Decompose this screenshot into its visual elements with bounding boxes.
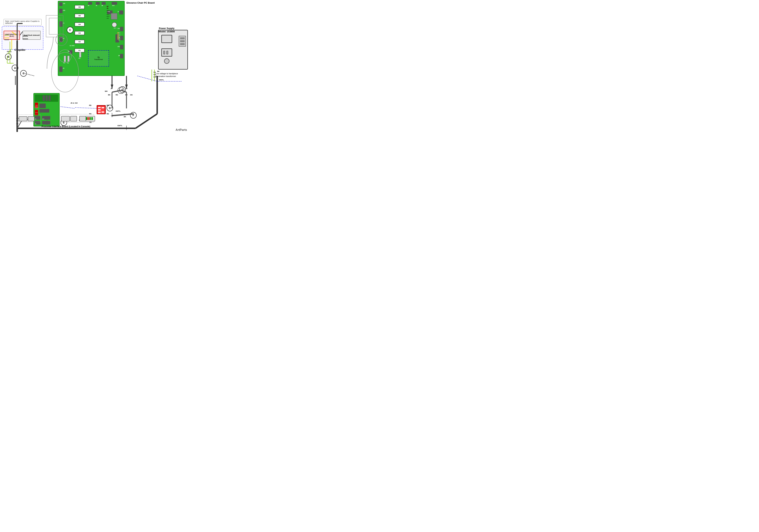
bk-e-label1: BK <box>16 120 19 122</box>
k6-relay: K6 <box>75 5 85 9</box>
chain-label: CHAINPOWER <box>35 106 38 108</box>
circle-c-left: C <box>20 70 27 77</box>
bk-ps-label1: BK <box>154 71 156 73</box>
j10-connector <box>120 45 123 49</box>
ic-chip <box>111 13 117 20</box>
circle-e: E <box>60 119 67 126</box>
j16-label: J16 <box>63 3 65 4</box>
j3-label: J3 <box>63 67 64 69</box>
bk-e2-label1: BK <box>67 117 69 119</box>
k5-relay: K5 <box>75 14 85 18</box>
j2-connector <box>59 37 62 42</box>
cuspidor-label: Cuspidor <box>15 48 25 51</box>
circle-f: F <box>130 112 137 119</box>
procenter-top-connectors <box>35 95 58 102</box>
d22-label: D22 <box>118 32 120 33</box>
j6-or-j10-label: J6 or J10 <box>70 102 77 104</box>
power-c14-inlet <box>161 35 172 43</box>
j1-connector <box>59 21 62 27</box>
k4-relay: K4 <box>75 22 85 26</box>
k2-relay: K2 <box>75 40 85 44</box>
circle-a: A <box>12 65 18 71</box>
j6-wire-label: J6 <box>126 88 127 90</box>
j13-connector <box>112 2 117 5</box>
pcb-title: Elevance Chair PC Board <box>127 1 155 5</box>
bk-ps-label4: BK <box>157 70 160 72</box>
d19-label: D19 <box>118 39 120 40</box>
j15-label: J15 <box>63 10 65 11</box>
sp1-speaker <box>112 22 117 27</box>
procenter-ic <box>39 103 46 108</box>
bk-f-label2: BK <box>124 116 126 118</box>
j16-connector <box>59 2 62 6</box>
j15-connector <box>59 9 62 13</box>
j12-label: J12 <box>117 28 120 29</box>
low-voltage-label: Low voltage to handpiece illumination tr… <box>155 72 179 78</box>
rd-d-label1: RD <box>89 104 92 106</box>
d23-label: D23 <box>118 38 120 39</box>
j11-connector <box>120 36 123 40</box>
limit-switch-box: Limit Switch Ro... (N.O.) <box>4 31 20 40</box>
k1-relay: K1 <box>75 48 85 52</box>
svg-line-9 <box>136 114 157 128</box>
br-label: BR <box>125 94 128 96</box>
gn-yl-bottom-label: GN/YL <box>116 110 121 112</box>
f3-label: F3 <box>79 58 80 59</box>
gn-label: GN <box>130 94 133 96</box>
circle-b: B <box>5 54 12 60</box>
power-supply-box <box>158 30 188 69</box>
procenter-j10-label: J10 <box>42 118 44 120</box>
circle-c-top: C <box>67 27 73 33</box>
svg-rect-37 <box>86 117 87 120</box>
f3-fuse <box>79 52 81 58</box>
transformer-t1: T1 Transformer <box>88 50 109 66</box>
f1-label: F1 <box>63 62 65 64</box>
bk-e-label2: BK <box>16 123 19 125</box>
d9-label: ●D13 <box>106 10 109 11</box>
j10-label: J10 <box>117 46 120 47</box>
j6-top-label: J6 <box>96 5 97 6</box>
power-c13-outlet <box>161 48 172 57</box>
gn-e-label: GN <box>16 117 19 119</box>
d2-label: ●D2 <box>106 6 109 7</box>
j9-label: J9 <box>118 55 120 57</box>
j5-wire-label: J5 <box>110 88 112 90</box>
power-adjustment-knob <box>164 59 170 64</box>
d21-label: D21 <box>118 36 120 38</box>
j12-connector <box>120 27 123 31</box>
j6-top-connector <box>96 2 100 5</box>
bk-f-label1: BK <box>124 113 126 115</box>
procenter-red-led2: POWER <box>35 110 38 115</box>
circle-g: G <box>119 86 126 93</box>
gn-yl-right-label: GN/YL <box>159 79 164 81</box>
vdc-label: 12 VDC <box>69 45 75 46</box>
j7-label: J7 <box>117 11 119 13</box>
procenter-board: COM POWER J8 J10 J9 CHAINPOWER <box>33 93 60 127</box>
j8-connector <box>102 2 106 5</box>
k3-relay: K3 <box>75 31 85 35</box>
pcb-main-board: K6 K5 K4 K3 K2 K1 J1 J2 J3 J15 J16 J9 J1… <box>58 1 125 76</box>
j8-label: J8 <box>101 5 103 6</box>
svg-line-26 <box>60 106 75 108</box>
svg-line-22 <box>75 107 97 108</box>
bk-ps-label2: BK <box>154 74 156 75</box>
d18-label: D18 <box>118 34 120 35</box>
svg-rect-41 <box>92 117 93 120</box>
j4-label: J4 <box>88 5 89 6</box>
sp1-label: SP1 <box>114 27 116 29</box>
j13-label: J13 <box>112 5 114 6</box>
d20-label: D20 <box>118 35 120 36</box>
procenter-j8-label: J8 <box>35 118 36 120</box>
d11-label: ●D11 <box>106 14 109 15</box>
svg-rect-31 <box>19 117 27 121</box>
f1-fuse <box>64 56 66 62</box>
d9b-label: ●D9 <box>106 18 109 19</box>
d12-label: ●D12 <box>106 12 109 13</box>
component-d-red-connector <box>97 105 106 114</box>
j5-connector <box>69 50 72 54</box>
f2-label: F2 <box>67 62 69 64</box>
j5-label: J5 <box>68 51 69 52</box>
wh-label: WH <box>105 90 107 92</box>
d1-label: ●D1 <box>106 8 109 9</box>
j4-connector <box>88 2 92 5</box>
